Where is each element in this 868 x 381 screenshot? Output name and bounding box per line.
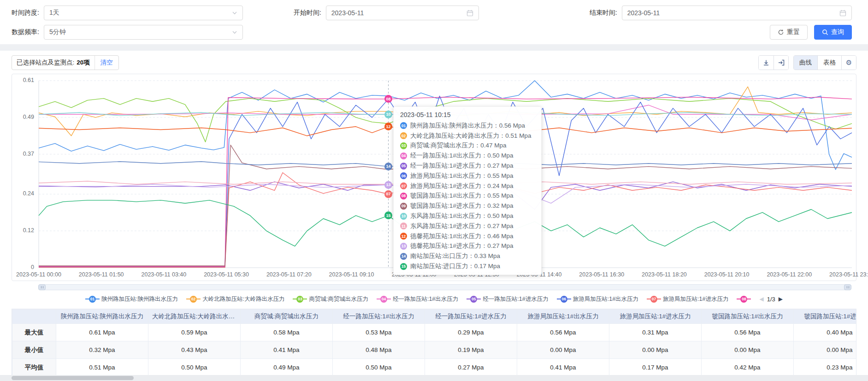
legend-item-05[interactable]: 05经一路加压站:1#进水压力	[466, 295, 548, 303]
table-value-cell: 0.49 Mpa	[241, 359, 333, 376]
settings-button[interactable]: ⚙	[841, 56, 856, 70]
tooltip-series-badge: 10	[400, 213, 407, 220]
end-date-input[interactable]: 2023-05-11	[622, 6, 852, 20]
table-value-cell: 0.31 Mpa	[609, 324, 702, 341]
legend-marker: 05	[466, 296, 481, 303]
clear-button[interactable]: 清空	[94, 56, 118, 70]
legend-item-04[interactable]: 04经一路加压站:1#出水压力	[377, 295, 458, 303]
legend-item-06[interactable]: 06旅游局加压站:1#出水压力	[557, 295, 638, 303]
time-span-select[interactable]: 1天	[44, 6, 243, 20]
legend-item-01[interactable]: 01陕州路加压站:陕州路出水压力	[85, 295, 178, 303]
series-badge-07: 07	[384, 190, 392, 198]
tooltip-row: 11东风路加压站:1#进水压力：0.27 Mpa	[400, 221, 535, 231]
table-column-header: 虢国路加压站:1#出水压力	[702, 310, 794, 324]
query-label: 查询	[831, 28, 844, 36]
table-column-header: 经一路加压站:1#出水压力	[333, 310, 425, 324]
legend-marker: 04	[377, 296, 391, 303]
legend-marker: 03	[293, 296, 307, 303]
legend-marker: 08	[737, 296, 751, 303]
table-column-header: 旅游局加压站:1#出水压力	[517, 310, 609, 324]
tooltip-series-badge: 11	[400, 223, 407, 229]
table-column-header: 商贸城:商贸城出水压力	[241, 310, 333, 324]
tooltip-series-badge: 08	[400, 193, 407, 199]
table-value-cell: 0.00 Mpa	[794, 341, 857, 359]
legend-label: 陕州路加压站:陕州路出水压力	[101, 295, 178, 303]
legend-label: 经一路加压站:1#出水压力	[393, 295, 458, 303]
chart-legend: 01陕州路加压站:陕州路出水压力02大岭北路加压站:大岭路出水压力03商贸城:商…	[12, 294, 856, 304]
table-value-cell: 0.48 Mpa	[333, 341, 425, 359]
datazoom-handle-right[interactable]	[844, 284, 851, 290]
tooltip-row: 09虢国路加压站:1#进水压力：0.32 Mpa	[400, 201, 535, 211]
horizontal-scrollbar[interactable]	[0, 375, 868, 381]
table-column-header: 虢国路加压站:1#进水压力	[794, 310, 857, 324]
table-value-cell: 0.40 Mpa	[794, 324, 857, 341]
table-value-cell: 0.17 Mpa	[609, 359, 702, 376]
table-column-header: 陕州路加压站:陕州路出水压力	[56, 310, 148, 324]
tooltip-items: 01陕州路加压站:陕州路出水压力：0.56 Mpa02大岭北路加压站:大岭路出水…	[400, 121, 535, 271]
table-value-cell: 0.61 Mpa	[56, 324, 148, 341]
legend-item-07[interactable]: 07旅游局加压站:1#进水压力	[647, 295, 728, 303]
download-button[interactable]	[759, 56, 774, 70]
tooltip-row: 02大岭北路加压站:大岭路出水压力：0.51 Mpa	[400, 131, 535, 141]
start-date-input[interactable]: 2023-05-11	[326, 6, 479, 20]
time-span-label: 时间跨度:	[12, 9, 39, 17]
table-value-cell: 0.00 Mpa	[609, 341, 702, 359]
datazoom-handle-left[interactable]	[38, 284, 46, 290]
reset-button[interactable]: 重置	[770, 25, 808, 40]
scrollbar-thumb[interactable]	[12, 376, 134, 380]
tooltip-row: 06旅游局加压站:1#出水压力：0.55 Mpa	[400, 171, 535, 181]
pressure-line-chart[interactable]: 00.120.240.370.490.61 2023-05-11 00:0020…	[12, 74, 856, 281]
y-axis-tick: 0	[12, 264, 34, 270]
table-value-cell: 0.32 Mpa	[56, 341, 148, 359]
tooltip-row: 07旅游局加压站:1#进水压力：0.24 Mpa	[400, 181, 535, 191]
legend-item-02[interactable]: 02大岭北路加压站:大岭路出水压力	[186, 295, 284, 303]
toolbar-row-2: 数据频率: 5分钟 重置 查询	[12, 25, 852, 40]
table-value-cell: 0.00 Mpa	[517, 341, 609, 359]
tooltip-row: 05经一路加压站:1#进水压力：0.27 Mpa	[400, 161, 535, 171]
export-button[interactable]	[774, 56, 788, 70]
tooltip-row: 01陕州路加压站:陕州路出水压力：0.56 Mpa	[400, 121, 535, 131]
tooltip-time: 2023-05-11 10:15	[400, 111, 535, 118]
legend-marker: 02	[186, 296, 201, 303]
legend-label: 旅游局加压站:1#出水压力	[573, 295, 638, 303]
end-date-value: 2023-05-11	[627, 9, 660, 17]
icon-button-group	[758, 55, 789, 70]
legend-item-08[interactable]: 08	[737, 296, 751, 303]
panel-header: 已选择站点及监测点: 20项 清空 曲线 表格 ⚙	[12, 55, 856, 70]
tooltip-series-badge: 01	[400, 122, 407, 129]
query-button[interactable]: 查询	[814, 25, 852, 40]
chart-tooltip: 2023-05-11 10:15 01陕州路加压站:陕州路出水压力：0.56 M…	[393, 106, 542, 275]
tooltip-series-value: 旅游局加压站:1#进水压力：0.24 Mpa	[410, 182, 514, 190]
legend-label: 商贸城:商贸城出水压力	[309, 295, 368, 303]
tooltip-series-badge: 03	[400, 142, 407, 149]
tooltip-series-value: 经一路加压站:1#出水压力：0.50 Mpa	[410, 152, 514, 160]
datazoom-slider[interactable]	[38, 284, 851, 290]
view-curve-button[interactable]: 曲线	[794, 56, 817, 70]
tooltip-series-value: 东风路加压站:1#进水压力：0.27 Mpa	[410, 222, 514, 230]
tooltip-series-value: 陕州路加压站:陕州路出水压力：0.56 Mpa	[410, 122, 525, 130]
legend-prev-page-icon[interactable]: ◀	[759, 296, 763, 302]
chart-panel: 已选择站点及监测点: 20项 清空 曲线 表格 ⚙ 00.120.240.3	[0, 51, 868, 377]
table-value-cell: 0.59 Mpa	[148, 324, 241, 341]
frequency-select[interactable]: 5分钟	[44, 25, 243, 40]
table-row-label: 最小值	[12, 341, 56, 359]
tooltip-series-badge: 06	[400, 172, 407, 179]
tooltip-series-value: 经一路加压站:1#进水压力：0.27 Mpa	[410, 162, 514, 170]
table-value-cell: 0.27 Mpa	[425, 359, 517, 376]
tooltip-series-badge: 07	[400, 182, 407, 189]
view-table-button[interactable]: 表格	[817, 56, 841, 70]
end-time-label: 结束时间:	[590, 9, 617, 17]
x-axis-tick: 2023-05-11 01:50	[67, 271, 136, 278]
legend-next-page-icon[interactable]: ▶	[779, 296, 783, 302]
table-value-cell: 0.41 Mpa	[241, 341, 333, 359]
table-value-cell: 0.56 Mpa	[702, 324, 794, 341]
legend-page-indicator: 1/3	[767, 296, 775, 303]
tooltip-series-value: 德馨苑加压站:1#进水压力：0.27 Mpa	[410, 242, 514, 250]
table-value-cell: 0.19 Mpa	[425, 341, 517, 359]
table-column-header: 经一路加压站:1#进水压力	[425, 310, 517, 324]
y-axis-tick: 0.61	[12, 77, 34, 83]
selected-label-text: 已选择站点及监测点:	[17, 59, 74, 67]
legend-label: 经一路加压站:1#进水压力	[483, 295, 548, 303]
legend-item-03[interactable]: 03商贸城:商贸城出水压力	[293, 295, 368, 303]
refresh-icon	[778, 29, 784, 35]
